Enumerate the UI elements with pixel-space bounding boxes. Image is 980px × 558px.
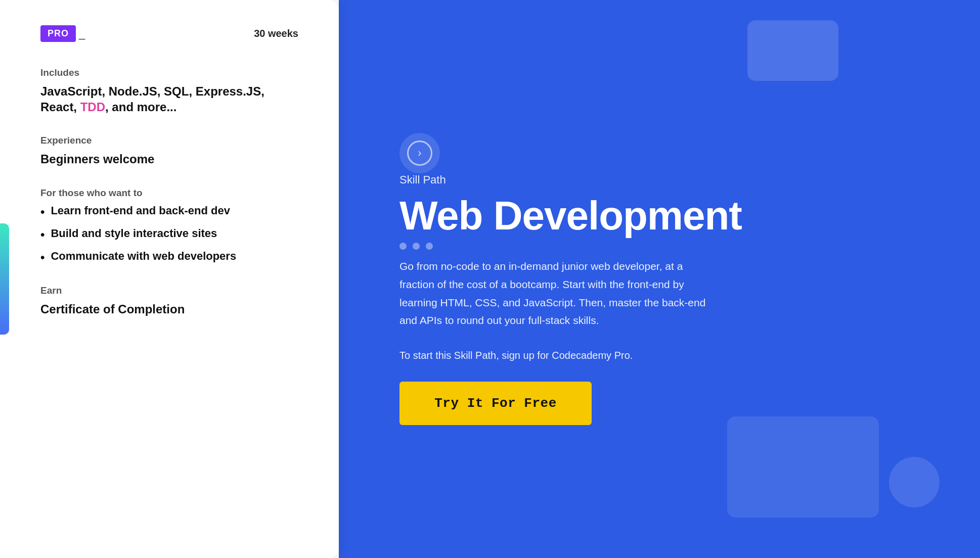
earn-value: Certificate of Completion <box>40 301 298 317</box>
duration-label: 30 weeks <box>254 28 298 39</box>
bullet-list: Learn front-end and back-end dev Build a… <box>40 204 298 265</box>
pro-badge: PRO <box>40 25 76 42</box>
experience-value: Beginners welcome <box>40 151 298 167</box>
list-item: Build and style interactive sites <box>40 226 298 242</box>
bg-decoration-2: › <box>399 133 440 173</box>
includes-label: Includes <box>40 67 298 78</box>
description-text: Go from no-code to an in-demand junior w… <box>399 257 713 330</box>
pro-cursor: _ <box>79 27 85 40</box>
chevron-right-icon: › <box>407 141 432 166</box>
main-title: Web Development <box>399 195 919 237</box>
bg-dots <box>399 243 433 250</box>
dot-1 <box>399 243 407 250</box>
try-it-free-button[interactable]: Try It For Free <box>399 382 592 425</box>
left-accent-bar <box>0 223 9 335</box>
experience-label: Experience <box>40 135 298 146</box>
bg-decoration-3 <box>727 416 879 518</box>
tdd-highlight: TDD <box>80 100 105 114</box>
card-header: PRO _ 30 weeks <box>40 25 298 42</box>
right-panel: › Skill Path Web Development Go from no-… <box>339 0 980 558</box>
list-item: Learn front-end and back-end dev <box>40 204 298 219</box>
bg-decoration-1 <box>747 20 838 81</box>
dot-3 <box>426 243 433 250</box>
includes-value: JavaScript, Node.JS, SQL, Express.JS,Rea… <box>40 83 298 115</box>
skill-path-label: Skill Path <box>399 173 919 187</box>
for-those-label: For those who want to <box>40 188 298 199</box>
list-item: Communicate with web developers <box>40 249 298 265</box>
pro-header-row: PRO _ <box>40 25 85 42</box>
bg-decoration-4 <box>889 457 940 507</box>
dot-2 <box>413 243 420 250</box>
earn-label: Earn <box>40 285 298 296</box>
pro-notice-text: To start this Skill Path, sign up for Co… <box>399 350 919 361</box>
left-panel: PRO _ 30 weeks Includes JavaScript, Node… <box>0 0 339 558</box>
